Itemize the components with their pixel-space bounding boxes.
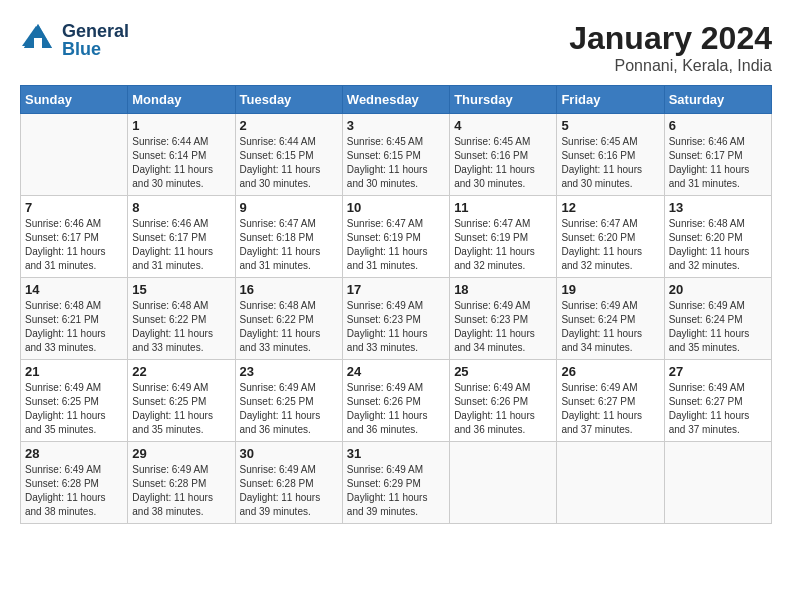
calendar-day-header: Wednesday	[342, 86, 449, 114]
page-subtitle: Ponnani, Kerala, India	[569, 57, 772, 75]
day-detail: Sunrise: 6:45 AMSunset: 6:16 PMDaylight:…	[561, 135, 659, 191]
calendar-day-cell: 31Sunrise: 6:49 AMSunset: 6:29 PMDayligh…	[342, 442, 449, 524]
day-number: 5	[561, 118, 659, 133]
day-number: 26	[561, 364, 659, 379]
logo-blue-text: Blue	[62, 40, 129, 58]
day-detail: Sunrise: 6:48 AMSunset: 6:20 PMDaylight:…	[669, 217, 767, 273]
day-detail: Sunrise: 6:49 AMSunset: 6:28 PMDaylight:…	[240, 463, 338, 519]
calendar-day-cell: 19Sunrise: 6:49 AMSunset: 6:24 PMDayligh…	[557, 278, 664, 360]
day-detail: Sunrise: 6:46 AMSunset: 6:17 PMDaylight:…	[25, 217, 123, 273]
calendar-day-cell: 5Sunrise: 6:45 AMSunset: 6:16 PMDaylight…	[557, 114, 664, 196]
day-detail: Sunrise: 6:49 AMSunset: 6:25 PMDaylight:…	[132, 381, 230, 437]
calendar-day-cell: 6Sunrise: 6:46 AMSunset: 6:17 PMDaylight…	[664, 114, 771, 196]
day-detail: Sunrise: 6:49 AMSunset: 6:24 PMDaylight:…	[561, 299, 659, 355]
calendar-day-cell: 8Sunrise: 6:46 AMSunset: 6:17 PMDaylight…	[128, 196, 235, 278]
day-detail: Sunrise: 6:47 AMSunset: 6:18 PMDaylight:…	[240, 217, 338, 273]
calendar-day-header: Sunday	[21, 86, 128, 114]
calendar-week-row: 21Sunrise: 6:49 AMSunset: 6:25 PMDayligh…	[21, 360, 772, 442]
calendar-day-cell: 29Sunrise: 6:49 AMSunset: 6:28 PMDayligh…	[128, 442, 235, 524]
day-detail: Sunrise: 6:48 AMSunset: 6:21 PMDaylight:…	[25, 299, 123, 355]
day-number: 28	[25, 446, 123, 461]
calendar-day-cell: 28Sunrise: 6:49 AMSunset: 6:28 PMDayligh…	[21, 442, 128, 524]
day-number: 21	[25, 364, 123, 379]
calendar-day-cell: 20Sunrise: 6:49 AMSunset: 6:24 PMDayligh…	[664, 278, 771, 360]
calendar-day-cell: 12Sunrise: 6:47 AMSunset: 6:20 PMDayligh…	[557, 196, 664, 278]
calendar-day-cell: 25Sunrise: 6:49 AMSunset: 6:26 PMDayligh…	[450, 360, 557, 442]
calendar-day-cell: 1Sunrise: 6:44 AMSunset: 6:14 PMDaylight…	[128, 114, 235, 196]
calendar-week-row: 7Sunrise: 6:46 AMSunset: 6:17 PMDaylight…	[21, 196, 772, 278]
calendar-day-cell: 27Sunrise: 6:49 AMSunset: 6:27 PMDayligh…	[664, 360, 771, 442]
day-detail: Sunrise: 6:49 AMSunset: 6:23 PMDaylight:…	[347, 299, 445, 355]
calendar-day-cell: 4Sunrise: 6:45 AMSunset: 6:16 PMDaylight…	[450, 114, 557, 196]
day-number: 20	[669, 282, 767, 297]
calendar-day-cell: 26Sunrise: 6:49 AMSunset: 6:27 PMDayligh…	[557, 360, 664, 442]
day-number: 19	[561, 282, 659, 297]
logo-icon	[20, 20, 56, 56]
day-number: 25	[454, 364, 552, 379]
page-title: January 2024	[569, 20, 772, 57]
calendar-day-header: Friday	[557, 86, 664, 114]
day-detail: Sunrise: 6:47 AMSunset: 6:19 PMDaylight:…	[347, 217, 445, 273]
day-number: 11	[454, 200, 552, 215]
page-header: General Blue January 2024 Ponnani, Keral…	[20, 20, 772, 75]
day-number: 12	[561, 200, 659, 215]
day-detail: Sunrise: 6:49 AMSunset: 6:24 PMDaylight:…	[669, 299, 767, 355]
logo-general-text: General	[62, 22, 129, 40]
calendar-day-header: Saturday	[664, 86, 771, 114]
calendar-table: SundayMondayTuesdayWednesdayThursdayFrid…	[20, 85, 772, 524]
day-number: 22	[132, 364, 230, 379]
logo: General Blue	[20, 20, 129, 60]
day-number: 7	[25, 200, 123, 215]
calendar-day-cell: 22Sunrise: 6:49 AMSunset: 6:25 PMDayligh…	[128, 360, 235, 442]
calendar-day-cell: 10Sunrise: 6:47 AMSunset: 6:19 PMDayligh…	[342, 196, 449, 278]
day-detail: Sunrise: 6:49 AMSunset: 6:23 PMDaylight:…	[454, 299, 552, 355]
day-number: 8	[132, 200, 230, 215]
calendar-week-row: 14Sunrise: 6:48 AMSunset: 6:21 PMDayligh…	[21, 278, 772, 360]
day-detail: Sunrise: 6:46 AMSunset: 6:17 PMDaylight:…	[669, 135, 767, 191]
day-number: 10	[347, 200, 445, 215]
day-detail: Sunrise: 6:49 AMSunset: 6:28 PMDaylight:…	[132, 463, 230, 519]
calendar-day-cell	[557, 442, 664, 524]
day-number: 23	[240, 364, 338, 379]
day-detail: Sunrise: 6:49 AMSunset: 6:25 PMDaylight:…	[240, 381, 338, 437]
day-number: 9	[240, 200, 338, 215]
day-number: 15	[132, 282, 230, 297]
day-number: 4	[454, 118, 552, 133]
calendar-day-cell	[21, 114, 128, 196]
day-detail: Sunrise: 6:47 AMSunset: 6:19 PMDaylight:…	[454, 217, 552, 273]
calendar-day-cell: 18Sunrise: 6:49 AMSunset: 6:23 PMDayligh…	[450, 278, 557, 360]
calendar-day-cell: 3Sunrise: 6:45 AMSunset: 6:15 PMDaylight…	[342, 114, 449, 196]
day-detail: Sunrise: 6:49 AMSunset: 6:27 PMDaylight:…	[561, 381, 659, 437]
calendar-day-cell: 24Sunrise: 6:49 AMSunset: 6:26 PMDayligh…	[342, 360, 449, 442]
day-number: 6	[669, 118, 767, 133]
day-number: 27	[669, 364, 767, 379]
day-number: 18	[454, 282, 552, 297]
day-detail: Sunrise: 6:45 AMSunset: 6:15 PMDaylight:…	[347, 135, 445, 191]
day-detail: Sunrise: 6:49 AMSunset: 6:28 PMDaylight:…	[25, 463, 123, 519]
day-number: 1	[132, 118, 230, 133]
day-detail: Sunrise: 6:48 AMSunset: 6:22 PMDaylight:…	[240, 299, 338, 355]
day-detail: Sunrise: 6:49 AMSunset: 6:25 PMDaylight:…	[25, 381, 123, 437]
calendar-day-cell: 7Sunrise: 6:46 AMSunset: 6:17 PMDaylight…	[21, 196, 128, 278]
day-detail: Sunrise: 6:49 AMSunset: 6:26 PMDaylight:…	[347, 381, 445, 437]
day-detail: Sunrise: 6:44 AMSunset: 6:15 PMDaylight:…	[240, 135, 338, 191]
day-detail: Sunrise: 6:49 AMSunset: 6:27 PMDaylight:…	[669, 381, 767, 437]
calendar-header-row: SundayMondayTuesdayWednesdayThursdayFrid…	[21, 86, 772, 114]
calendar-day-header: Monday	[128, 86, 235, 114]
calendar-day-cell: 15Sunrise: 6:48 AMSunset: 6:22 PMDayligh…	[128, 278, 235, 360]
title-block: January 2024 Ponnani, Kerala, India	[569, 20, 772, 75]
calendar-day-header: Tuesday	[235, 86, 342, 114]
day-number: 3	[347, 118, 445, 133]
calendar-day-cell: 2Sunrise: 6:44 AMSunset: 6:15 PMDaylight…	[235, 114, 342, 196]
calendar-day-cell: 9Sunrise: 6:47 AMSunset: 6:18 PMDaylight…	[235, 196, 342, 278]
day-number: 13	[669, 200, 767, 215]
calendar-day-cell: 30Sunrise: 6:49 AMSunset: 6:28 PMDayligh…	[235, 442, 342, 524]
svg-rect-4	[34, 38, 42, 48]
day-detail: Sunrise: 6:45 AMSunset: 6:16 PMDaylight:…	[454, 135, 552, 191]
calendar-day-cell: 13Sunrise: 6:48 AMSunset: 6:20 PMDayligh…	[664, 196, 771, 278]
day-number: 17	[347, 282, 445, 297]
calendar-week-row: 28Sunrise: 6:49 AMSunset: 6:28 PMDayligh…	[21, 442, 772, 524]
day-number: 29	[132, 446, 230, 461]
calendar-day-cell: 21Sunrise: 6:49 AMSunset: 6:25 PMDayligh…	[21, 360, 128, 442]
calendar-day-cell	[450, 442, 557, 524]
